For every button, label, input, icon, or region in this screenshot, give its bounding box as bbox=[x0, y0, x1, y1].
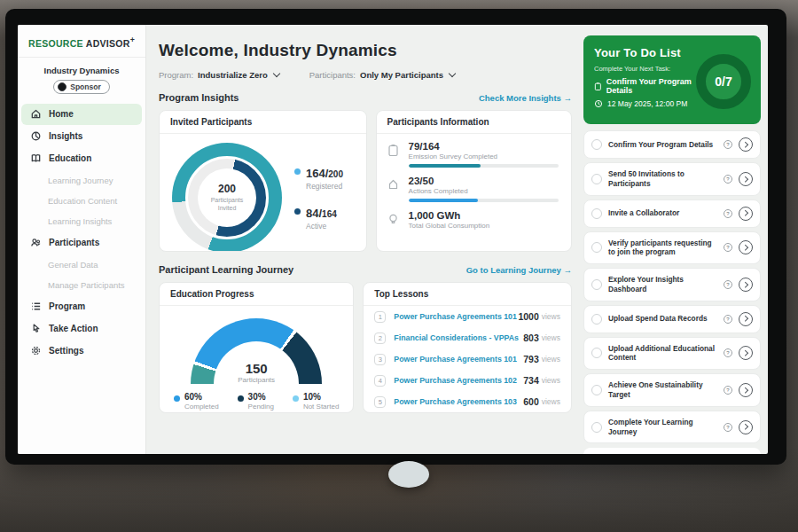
sidebar-item-home[interactable]: Home bbox=[21, 104, 142, 125]
lesson-link[interactable]: Power Purchase Agreements 103 bbox=[394, 397, 523, 406]
gauge-center: 150 Participants bbox=[191, 361, 322, 384]
sidebar-item-label: Insights bbox=[49, 131, 82, 141]
task-item[interactable]: Achieve One Sustainability Target ? bbox=[583, 373, 761, 407]
task-checkbox[interactable] bbox=[591, 279, 602, 290]
participants-select-value: Only My Participants bbox=[360, 70, 443, 80]
participants-select[interactable]: Participants: Only My Participants bbox=[309, 70, 455, 80]
sponsor-badge[interactable]: Sponsor bbox=[53, 80, 109, 94]
sponsor-icon bbox=[58, 82, 66, 91]
sidebar-item-manage-participants[interactable]: Manage Participants bbox=[18, 275, 145, 295]
task-open-button[interactable] bbox=[739, 346, 753, 360]
program-insights-header: Program Insights Check More Insights → bbox=[159, 92, 572, 103]
rank-badge: 1 bbox=[374, 311, 386, 323]
org-name: Industry Dynamics bbox=[18, 66, 145, 75]
legend-item-pending: 30%Pending bbox=[238, 392, 274, 411]
task-open-button[interactable] bbox=[739, 172, 753, 186]
lesson-link[interactable]: Financial Considerations - VPPAs bbox=[394, 333, 523, 342]
help-icon[interactable]: ? bbox=[724, 243, 732, 252]
program-select[interactable]: Program: Industrialize Zero bbox=[159, 70, 279, 80]
task-checkbox[interactable] bbox=[591, 348, 602, 358]
task-item[interactable]: Send 50 Invitations to Participants ? bbox=[583, 162, 761, 196]
task-checkbox[interactable] bbox=[591, 422, 602, 433]
task-open-button[interactable] bbox=[739, 240, 753, 254]
todo-next-task[interactable]: Confirm Your Program Details bbox=[594, 77, 705, 95]
help-icon[interactable]: ? bbox=[724, 140, 732, 149]
stat-actions-completed: 23/50 Actions Completed bbox=[387, 176, 559, 202]
help-icon[interactable]: ? bbox=[724, 348, 732, 357]
stat-label: Actions Completed bbox=[409, 187, 559, 195]
brand-plus: + bbox=[130, 35, 135, 44]
task-open-button[interactable] bbox=[739, 207, 753, 221]
views-count: 793 bbox=[523, 354, 539, 364]
donut-center-value: 200 bbox=[218, 183, 236, 195]
stat-bar-fill bbox=[409, 199, 478, 202]
task-open-button[interactable] bbox=[739, 278, 753, 292]
sidebar-item-learning-journey[interactable]: Learning Journey bbox=[18, 170, 145, 191]
monitor-stand bbox=[388, 461, 429, 488]
people-icon bbox=[30, 237, 42, 248]
sidebar-item-participants[interactable]: Participants bbox=[21, 232, 142, 254]
lesson-row: 2 Financial Considerations - VPPAs 803vi… bbox=[364, 327, 571, 348]
task-checkbox[interactable] bbox=[591, 208, 602, 219]
lesson-link[interactable]: Power Purchase Agreements 102 bbox=[394, 376, 523, 385]
sidebar-item-education[interactable]: Education bbox=[21, 148, 142, 169]
task-item[interactable]: Invite a Collaborator ? bbox=[583, 200, 761, 228]
list-icon bbox=[30, 301, 42, 312]
help-icon[interactable]: ? bbox=[724, 209, 732, 218]
task-item[interactable]: Upload Spend Data Records ? bbox=[583, 305, 761, 333]
task-open-button[interactable] bbox=[739, 383, 753, 397]
help-icon[interactable]: ? bbox=[724, 175, 732, 184]
clipboard-icon bbox=[594, 82, 602, 91]
page-title: Welcome, Industry Dynamics bbox=[159, 41, 572, 60]
sidebar-item-learning-insights[interactable]: Learning Insights bbox=[18, 211, 145, 231]
task-item[interactable]: Complete Your Learning Journey ? bbox=[583, 411, 761, 444]
collapse-tasks-button[interactable]: Collapse Tasks bbox=[583, 448, 761, 454]
dashboard-screen: RESOURCE ADVISOR+ Industry Dynamics Spon… bbox=[18, 25, 768, 454]
task-checkbox[interactable] bbox=[591, 242, 602, 253]
task-item[interactable]: Confirm Your Program Details ? bbox=[583, 130, 761, 159]
program-select-value: Industrialize Zero bbox=[198, 70, 268, 80]
task-item[interactable]: Explore Your Insights Dashboard ? bbox=[583, 268, 761, 301]
task-checkbox[interactable] bbox=[591, 139, 602, 150]
sidebar-item-general-data[interactable]: General Data bbox=[18, 254, 145, 275]
todo-hero-card: Your To Do List Complete Your Next Task:… bbox=[583, 35, 761, 124]
sidebar-item-settings[interactable]: Settings bbox=[21, 340, 142, 362]
task-checkbox[interactable] bbox=[591, 174, 602, 184]
link-text: Go to Learning Journey bbox=[466, 265, 561, 275]
sidebar-item-insights[interactable]: Insights bbox=[21, 126, 142, 147]
help-icon[interactable]: ? bbox=[724, 315, 732, 324]
program-insights-title: Program Insights bbox=[159, 92, 239, 103]
chevron-down-icon bbox=[272, 70, 279, 77]
help-icon[interactable]: ? bbox=[724, 423, 732, 432]
legend-item-not-started: 10%Not Started bbox=[293, 392, 339, 411]
sidebar-item-education-content[interactable]: Education Content bbox=[18, 191, 145, 211]
legend-value: 10% bbox=[303, 392, 339, 402]
task-item[interactable]: Upload Additional Educational Content ? bbox=[583, 337, 761, 371]
help-icon[interactable]: ? bbox=[724, 386, 732, 395]
check-more-insights-link[interactable]: Check More Insights → bbox=[479, 93, 572, 103]
todo-progress-ring: 0/7 bbox=[696, 54, 751, 109]
lesson-link[interactable]: Power Purchase Agreements 101 bbox=[394, 355, 523, 364]
task-checkbox[interactable] bbox=[591, 314, 602, 325]
learning-cards-row: Education Progress 150 Participants bbox=[159, 282, 572, 413]
legend-label: Completed bbox=[184, 403, 219, 411]
lesson-row: 3 Power Purchase Agreements 101 793views bbox=[364, 348, 571, 370]
card-title: Invited Participants bbox=[160, 111, 366, 134]
legend-label: Active bbox=[306, 222, 337, 231]
task-checkbox[interactable] bbox=[591, 385, 602, 395]
task-item[interactable]: Verify participants requesting to join t… bbox=[583, 231, 761, 265]
rank-badge: 5 bbox=[374, 396, 386, 408]
go-to-learning-journey-link[interactable]: Go to Learning Journey → bbox=[466, 265, 572, 275]
help-icon[interactable]: ? bbox=[724, 280, 732, 289]
gauge-center-value: 150 bbox=[191, 361, 322, 376]
task-open-button[interactable] bbox=[739, 312, 753, 326]
stat-label: Emission Survey Completed bbox=[409, 153, 559, 160]
sidebar-item-program[interactable]: Program bbox=[21, 296, 142, 317]
task-open-button[interactable] bbox=[739, 137, 753, 152]
invited-card-body: 200 Participants Invited 164/200 Registe… bbox=[160, 134, 366, 252]
lightbulb-icon bbox=[387, 210, 401, 230]
lesson-link[interactable]: Power Purchase Agreements 101 bbox=[394, 312, 518, 321]
sidebar-item-take-action[interactable]: Take Action bbox=[21, 318, 142, 340]
task-open-button[interactable] bbox=[739, 420, 753, 434]
stat-value: 23/50 bbox=[409, 176, 559, 186]
